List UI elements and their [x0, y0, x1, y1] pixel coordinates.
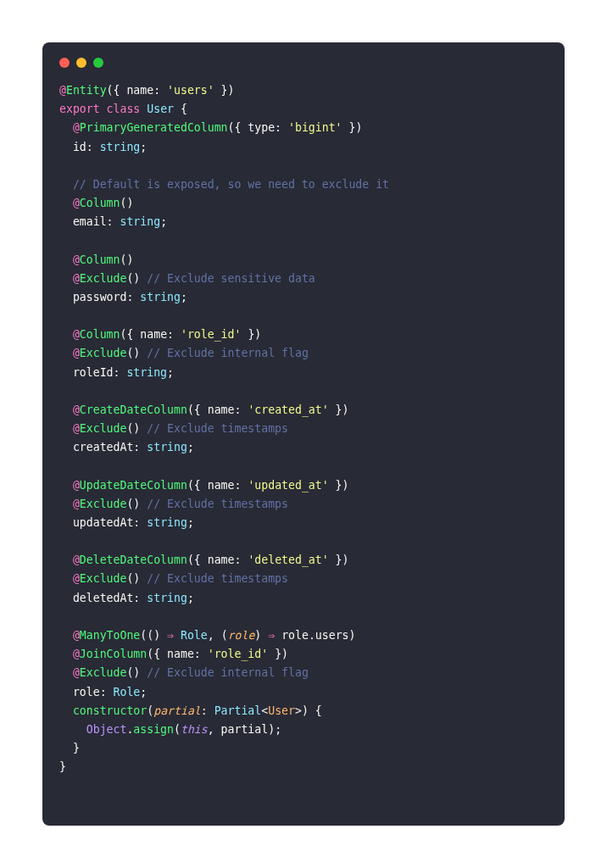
- comment-internal-flag: // Exclude internal flag: [147, 347, 309, 359]
- minimize-icon[interactable]: [76, 58, 86, 68]
- comment-sensitive: // Exclude sensitive data: [147, 272, 315, 285]
- decorator-exclude: Exclude: [80, 272, 127, 285]
- decorator-create-date-column: CreateDateColumn: [80, 403, 187, 416]
- prop-password: password: [73, 291, 127, 303]
- decorator-join-column: JoinColumn: [80, 648, 147, 660]
- decorator-entity: Entity: [66, 84, 107, 97]
- prop-id: id: [73, 141, 86, 153]
- prop-roleid: roleId: [73, 366, 114, 379]
- decorator-delete-date-column: DeleteDateColumn: [80, 554, 187, 566]
- prop-email: email: [73, 215, 107, 228]
- class-name: User: [147, 103, 174, 115]
- code-block: @Entity({ name: 'users' }) export class …: [59, 81, 548, 776]
- prop-createdat: createdAt: [73, 441, 133, 453]
- comment-timestamps: // Exclude timestamps: [147, 422, 288, 435]
- decorator-many-to-one: ManyToOne: [80, 629, 140, 642]
- prop-updatedat: updatedAt: [73, 516, 133, 529]
- prop-role: role: [73, 686, 100, 698]
- constructor: constructor: [73, 704, 147, 717]
- window-titlebar: [59, 58, 548, 68]
- decorator-update-date-column: UpdateDateColumn: [80, 479, 187, 492]
- close-icon[interactable]: [59, 58, 70, 68]
- maximize-icon[interactable]: [93, 58, 103, 68]
- comment-default-exposed: // Default is exposed, so we need to exc…: [73, 178, 389, 191]
- entity-name-string: 'users': [167, 84, 214, 97]
- code-window: @Entity({ name: 'users' }) export class …: [42, 42, 565, 826]
- prop-deletedat: deletedAt: [73, 592, 133, 604]
- decorator-column: Column: [80, 197, 120, 209]
- decorator-primary-generated-column: PrimaryGeneratedColumn: [80, 121, 228, 134]
